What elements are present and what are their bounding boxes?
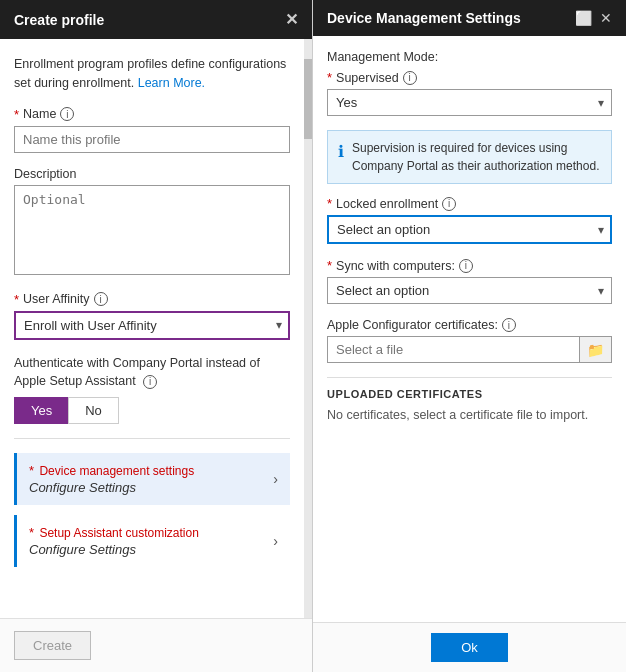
left-panel-close-icon[interactable]: ✕ <box>285 10 298 29</box>
learn-more-link[interactable]: Learn More. <box>138 76 205 90</box>
left-panel-footer: Create <box>0 618 312 672</box>
apple-configurator-label: Apple Configurator certificates: i <box>327 318 612 332</box>
description-input[interactable] <box>14 185 290 275</box>
left-scrollbar-thumb[interactable] <box>304 59 312 139</box>
supervision-info-banner: ℹ Supervision is required for devices us… <box>327 130 612 184</box>
locked-enrollment-info-icon[interactable]: i <box>442 197 456 211</box>
locked-enrollment-select[interactable]: Select an option Yes No <box>327 215 612 244</box>
file-input-wrapper: 📁 <box>327 336 612 363</box>
auth-info-icon[interactable]: i <box>143 375 157 389</box>
info-banner-icon: ℹ <box>338 140 344 175</box>
setup-assistant-nav-item[interactable]: * Setup Assistant customization Configur… <box>14 515 290 567</box>
left-panel-title: Create profile <box>14 12 104 28</box>
left-panel-body: Enrollment program profiles define confi… <box>0 39 304 618</box>
uploaded-certs-header: UPLOADED CERTIFICATES <box>327 377 612 400</box>
device-management-content: * Device management settings Configure S… <box>29 463 194 495</box>
left-panel: Create profile ✕ Enrollment program prof… <box>0 0 313 672</box>
toggle-group: Yes No <box>14 397 290 424</box>
left-panel-header: Create profile ✕ <box>0 0 312 39</box>
user-affinity-select-wrapper: Enroll with User Affinity Enroll without… <box>14 311 290 340</box>
name-input[interactable] <box>14 126 290 153</box>
file-browse-button[interactable]: 📁 <box>580 336 612 363</box>
apple-configurator-group: Apple Configurator certificates: i 📁 <box>327 318 612 363</box>
user-affinity-label: * User Affinity i <box>14 292 290 307</box>
user-affinity-select[interactable]: Enroll with User Affinity Enroll without… <box>14 311 290 340</box>
description-label: Description <box>14 167 290 181</box>
right-panel: Device Management Settings ⬜ ✕ Managemen… <box>313 0 626 672</box>
right-panel-body: Management Mode: * Supervised i Yes No ▾ <box>313 36 626 622</box>
name-required-star: * <box>14 107 19 122</box>
right-header-icons: ⬜ ✕ <box>575 10 612 26</box>
minimize-icon[interactable]: ⬜ <box>575 10 592 26</box>
name-info-icon[interactable]: i <box>60 107 74 121</box>
locked-enrollment-group: * Locked enrollment i Select an option Y… <box>327 196 612 244</box>
setup-assistant-subtitle: Configure Settings <box>29 542 199 557</box>
no-certs-text: No certificates, select a certificate fi… <box>327 408 612 422</box>
supervised-field-group: * Supervised i Yes No ▾ <box>327 70 612 116</box>
ok-button[interactable]: Ok <box>431 633 508 662</box>
sync-computers-select-wrapper: Select an option Yes No ▾ <box>327 277 612 304</box>
sync-computers-info-icon[interactable]: i <box>459 259 473 273</box>
supervised-info-icon[interactable]: i <box>403 71 417 85</box>
right-panel-close-icon[interactable]: ✕ <box>600 10 612 26</box>
name-field-label: * Name i <box>14 107 290 122</box>
supervised-label: * Supervised i <box>327 70 612 85</box>
create-button[interactable]: Create <box>14 631 91 660</box>
device-management-title: * Device management settings <box>29 463 194 478</box>
user-affinity-group: * User Affinity i Enroll with User Affin… <box>14 292 290 340</box>
locked-enrollment-select-wrapper: Select an option Yes No ▾ <box>327 215 612 244</box>
description-text: Enrollment program profiles define confi… <box>14 55 290 93</box>
management-mode-label: Management Mode: <box>327 50 612 64</box>
sync-computers-group: * Sync with computers: i Select an optio… <box>327 258 612 304</box>
folder-icon: 📁 <box>587 342 604 358</box>
left-scrollbar[interactable] <box>304 39 312 618</box>
device-management-arrow-icon: › <box>273 471 278 487</box>
device-management-subtitle: Configure Settings <box>29 480 194 495</box>
setup-assistant-content: * Setup Assistant customization Configur… <box>29 525 199 557</box>
name-field-group: * Name i <box>14 107 290 153</box>
description-field-group: Description <box>14 167 290 278</box>
supervised-select-wrapper: Yes No ▾ <box>327 89 612 116</box>
file-input[interactable] <box>327 336 580 363</box>
yes-toggle-button[interactable]: Yes <box>14 397 68 424</box>
user-affinity-required: * <box>14 292 19 307</box>
auth-label: Authenticate with Company Portal instead… <box>14 354 290 392</box>
right-panel-title: Device Management Settings <box>327 10 521 26</box>
supervised-select[interactable]: Yes No <box>327 89 612 116</box>
locked-enrollment-label: * Locked enrollment i <box>327 196 612 211</box>
sync-computers-label: * Sync with computers: i <box>327 258 612 273</box>
apple-configurator-info-icon[interactable]: i <box>502 318 516 332</box>
setup-assistant-arrow-icon: › <box>273 533 278 549</box>
auth-toggle-group: Authenticate with Company Portal instead… <box>14 354 290 425</box>
no-toggle-button[interactable]: No <box>68 397 119 424</box>
right-panel-header: Device Management Settings ⬜ ✕ <box>313 0 626 36</box>
setup-assistant-title: * Setup Assistant customization <box>29 525 199 540</box>
sync-computers-select[interactable]: Select an option Yes No <box>327 277 612 304</box>
device-management-nav-item[interactable]: * Device management settings Configure S… <box>14 453 290 505</box>
user-affinity-info-icon[interactable]: i <box>94 292 108 306</box>
right-panel-footer: Ok <box>313 622 626 672</box>
